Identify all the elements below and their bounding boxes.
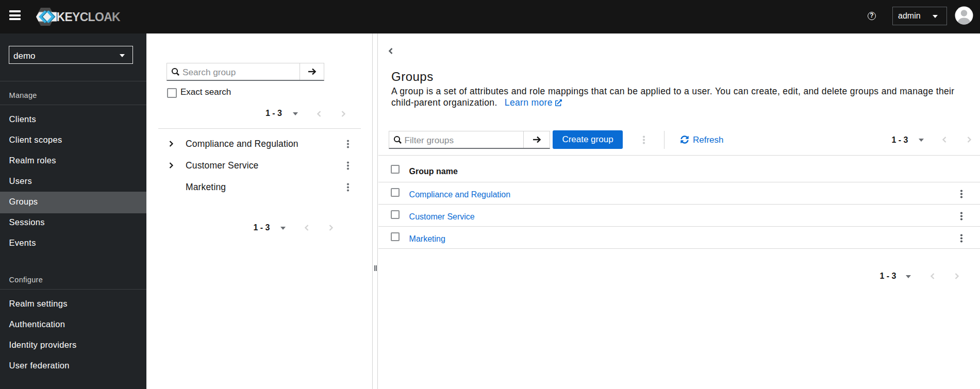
svg-text:KEYCLOAK: KEYCLOAK [57,10,121,24]
